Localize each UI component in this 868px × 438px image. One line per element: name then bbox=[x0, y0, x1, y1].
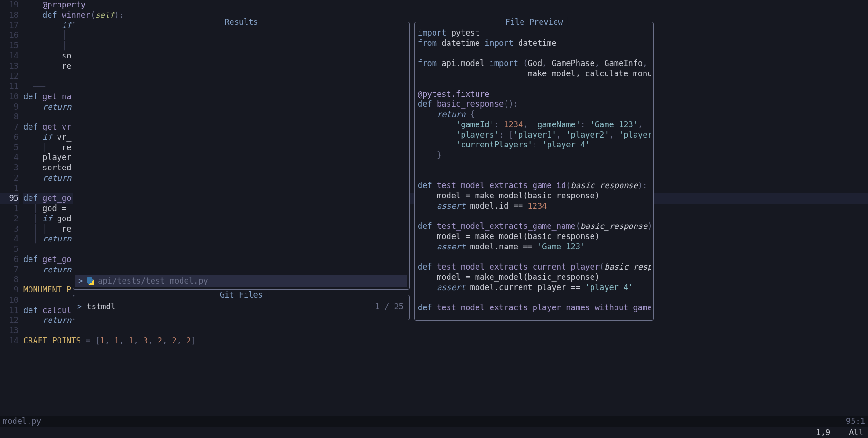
ruler-bar: 1,9 All bbox=[0, 428, 868, 438]
line-number: 1 bbox=[0, 183, 19, 194]
preview-line: 'gameId': 1234, 'gameName': 'Game 123', bbox=[418, 120, 651, 130]
line-number: 2 bbox=[0, 173, 19, 183]
line-number: 5 bbox=[0, 244, 19, 255]
line-number-gutter: 1918171615141312111098765432195123456789… bbox=[0, 0, 22, 346]
preview-line bbox=[418, 171, 651, 181]
preview-line: import pytest bbox=[418, 28, 651, 38]
line-number: 5 bbox=[0, 143, 19, 153]
preview-line: assert model.current_player == 'player 4… bbox=[418, 283, 651, 293]
line-number: 1 bbox=[0, 204, 19, 214]
line-number: 7 bbox=[0, 265, 19, 275]
gitfiles-prompt-panel: Git Files > tstmdl 1 / 25 bbox=[73, 295, 410, 320]
line-number: 10 bbox=[0, 295, 19, 306]
line-number: 4 bbox=[0, 234, 19, 244]
line-number: 13 bbox=[0, 326, 19, 336]
results-title: Results bbox=[220, 17, 263, 28]
preview-line: 'currentPlayers': 'player 4' bbox=[418, 140, 651, 150]
preview-line bbox=[418, 79, 651, 89]
prompt-chevron-icon: > bbox=[77, 302, 82, 311]
preview-line bbox=[418, 49, 651, 59]
result-item-selected[interactable]: > api/tests/test_model.py bbox=[75, 275, 407, 287]
preview-line: def test_model_extracts_current_player(b… bbox=[418, 262, 651, 272]
result-count: 1 / 25 bbox=[375, 302, 404, 312]
line-number: 14 bbox=[0, 336, 19, 346]
line-number: 6 bbox=[0, 132, 19, 143]
search-input[interactable]: > tstmdl bbox=[77, 302, 116, 312]
preview-line: @pytest.fixture bbox=[418, 89, 651, 100]
status-position: 95:1 bbox=[846, 416, 865, 427]
line-number: 13 bbox=[0, 61, 19, 72]
search-query-text: tstmdl bbox=[87, 302, 116, 311]
results-panel: Results > api/tests/test_model.py bbox=[73, 22, 410, 290]
line-number: 4 bbox=[0, 153, 19, 163]
preview-line: make_model, calculate_monu bbox=[418, 69, 651, 79]
preview-line: def basic_response(): bbox=[418, 99, 651, 110]
status-filename: model.py bbox=[3, 416, 41, 427]
preview-line bbox=[418, 293, 651, 303]
text-cursor-icon bbox=[116, 303, 116, 311]
preview-line: return { bbox=[418, 110, 651, 120]
code-line[interactable]: CRAFT_POINTS = [1, 1, 1, 3, 2, 2, 2] bbox=[23, 336, 868, 346]
line-number: 95 bbox=[0, 193, 19, 204]
ruler-scroll: All bbox=[849, 428, 863, 438]
preview-line: } bbox=[418, 150, 651, 161]
preview-line: 'players': ['player1', 'player2', 'playe… bbox=[418, 130, 651, 140]
ruler-cursor: 1,9 bbox=[816, 428, 831, 438]
preview-line: def test_model_extracts_game_id(basic_re… bbox=[418, 181, 651, 191]
line-number: 11 bbox=[0, 81, 19, 92]
line-number: 3 bbox=[0, 224, 19, 234]
code-line[interactable]: @property bbox=[23, 0, 868, 10]
line-number: 9 bbox=[0, 285, 19, 295]
preview-content[interactable]: import pytestfrom datetime import dateti… bbox=[418, 28, 651, 313]
line-number: 10 bbox=[0, 92, 19, 102]
preview-line: from api.model import (God, GamePhase, G… bbox=[418, 58, 651, 69]
file-preview-panel: File Preview import pytestfrom datetime … bbox=[414, 22, 654, 321]
preview-line: def test_model_extracts_player_names_wit… bbox=[418, 303, 651, 313]
preview-line bbox=[418, 161, 651, 171]
preview-line: def test_model_extracts_game_name(basic_… bbox=[418, 221, 651, 232]
preview-line: model = make_model(basic_response) bbox=[418, 272, 651, 283]
line-number: 18 bbox=[0, 10, 19, 21]
code-line[interactable] bbox=[23, 326, 868, 336]
line-number: 14 bbox=[0, 51, 19, 61]
line-number: 11 bbox=[0, 306, 19, 316]
line-number: 9 bbox=[0, 102, 19, 112]
line-number: 8 bbox=[0, 112, 19, 122]
line-number: 19 bbox=[0, 0, 19, 10]
line-number: 15 bbox=[0, 41, 19, 51]
chevron-icon: > bbox=[78, 276, 83, 286]
line-number: 17 bbox=[0, 21, 19, 31]
line-number: 16 bbox=[0, 30, 19, 41]
preview-line: assert model.name == 'Game 123' bbox=[418, 242, 651, 252]
line-number: 8 bbox=[0, 275, 19, 285]
result-path: api/tests/test_model.py bbox=[98, 276, 208, 286]
line-number: 7 bbox=[0, 122, 19, 132]
line-number: 12 bbox=[0, 315, 19, 326]
preview-line: from datetime import datetime bbox=[418, 38, 651, 49]
line-number: 12 bbox=[0, 71, 19, 81]
line-number: 3 bbox=[0, 163, 19, 173]
python-file-icon bbox=[87, 277, 94, 285]
preview-line: model = make_model(basic_response) bbox=[418, 191, 651, 201]
code-line[interactable]: def winner(self): bbox=[23, 10, 868, 21]
preview-title: File Preview bbox=[501, 17, 568, 28]
preview-line: model = make_model(basic_response) bbox=[418, 232, 651, 242]
preview-line: assert model.id == 1234 bbox=[418, 201, 651, 212]
line-number: 6 bbox=[0, 255, 19, 265]
line-number: 2 bbox=[0, 214, 19, 224]
preview-line bbox=[418, 252, 651, 263]
status-bar: model.py 95:1 bbox=[0, 416, 868, 427]
gitfiles-title: Git Files bbox=[215, 290, 268, 300]
preview-line bbox=[418, 212, 651, 222]
